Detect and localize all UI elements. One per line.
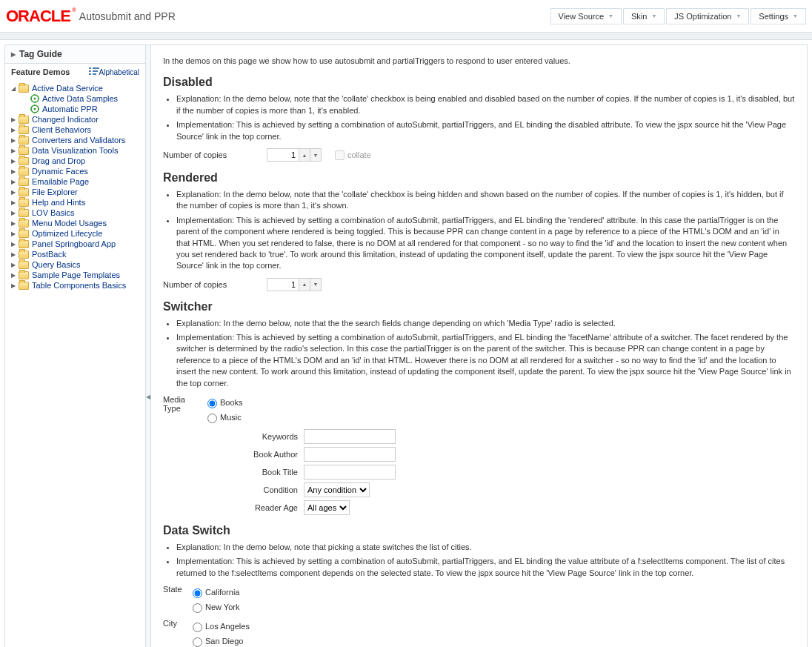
spinner-up-button[interactable]: ▲ — [299, 278, 310, 291]
disclosure-right-icon[interactable]: ▶ — [11, 199, 19, 206]
spinner-down-button[interactable]: ▼ — [310, 148, 322, 162]
tree-item[interactable]: Data Visualization Tools — [32, 146, 118, 155]
state-ca-label: California — [205, 588, 239, 597]
media-books-label: Books — [220, 398, 243, 407]
city-la-radio[interactable] — [193, 623, 202, 632]
tree-item[interactable]: PostBack — [32, 250, 66, 259]
folder-icon — [19, 282, 29, 290]
disclosure-right-icon[interactable]: ▶ — [11, 272, 19, 279]
oracle-logo: ORACLE — [6, 7, 70, 26]
tree-item-active-data-service[interactable]: Active Data Service — [32, 84, 103, 93]
tree-item[interactable]: Sample Page Templates — [32, 271, 120, 279]
disclosure-right-icon[interactable]: ▶ — [11, 220, 19, 227]
data-switch-implementation: Implementation: This is achieved by sett… — [176, 556, 795, 579]
disclosure-right-icon[interactable]: ▶ — [11, 282, 19, 289]
folder-icon — [19, 178, 29, 186]
disclosure-right-icon[interactable]: ▶ — [11, 158, 19, 165]
reader-age-select[interactable]: All ages — [304, 500, 350, 515]
tree-item[interactable]: Table Components Basics — [32, 281, 126, 290]
folder-icon — [19, 126, 29, 134]
media-music-label: Music — [220, 413, 242, 422]
condition-select[interactable]: Any condition — [304, 482, 370, 497]
disclosure-right-icon: ▶ — [11, 51, 16, 58]
book-author-label: Book Author — [207, 450, 304, 459]
switcher-explanation: Explanation: In the demo below, note tha… — [176, 318, 795, 329]
folder-icon — [19, 199, 29, 207]
keywords-input[interactable] — [304, 429, 396, 444]
tag-guide-header[interactable]: ▶ Tag Guide — [5, 45, 145, 63]
tree-item[interactable]: Changed Indicator — [32, 115, 99, 124]
tree-item[interactable]: Menu Model Usages — [32, 219, 107, 228]
gear-icon — [30, 94, 39, 103]
sidebar: ▶ Tag Guide Feature Demos Alphabetical ◢… — [5, 45, 146, 647]
tree-item[interactable]: Help and Hints — [32, 198, 85, 207]
copies-input[interactable] — [267, 148, 299, 162]
tree-item[interactable]: File Explorer — [32, 188, 78, 196]
state-label: State — [163, 585, 189, 594]
svg-rect-2 — [89, 73, 91, 75]
spinner-down-button[interactable]: ▼ — [310, 278, 322, 291]
city-sd-radio[interactable] — [193, 637, 202, 647]
tree-item-active-data-samples[interactable]: Active Data Samples — [42, 94, 118, 103]
splitter-handle[interactable]: ◀ — [146, 45, 151, 647]
disclosure-right-icon[interactable]: ▶ — [11, 262, 19, 268]
disclosure-right-icon[interactable]: ▶ — [11, 116, 19, 123]
collate-checkbox — [335, 150, 345, 160]
media-music-radio[interactable] — [207, 414, 217, 423]
view-source-button[interactable]: View Source▼ — [550, 8, 622, 24]
disclosure-right-icon[interactable]: ▶ — [11, 251, 19, 258]
reader-age-label: Reader Age — [207, 503, 304, 512]
tree-item[interactable]: Dynamic Faces — [32, 167, 88, 176]
city-sd-label: San Diego — [205, 637, 243, 646]
disclosure-right-icon[interactable]: ▶ — [11, 189, 19, 196]
alphabetical-link[interactable]: Alphabetical — [89, 67, 139, 76]
disclosure-right-icon[interactable]: ▶ — [11, 127, 19, 133]
folder-icon — [19, 84, 29, 93]
js-optimization-button[interactable]: JS Optimization▼ — [666, 8, 749, 24]
tree-item[interactable]: Panel Springboard App — [32, 239, 116, 248]
tree-item[interactable]: Drag and Drop — [32, 156, 85, 165]
disabled-heading: Disabled — [163, 76, 795, 89]
tree-item[interactable]: Emailable Page — [32, 177, 89, 186]
disclosure-right-icon[interactable]: ▶ — [11, 137, 19, 144]
folder-icon — [19, 219, 29, 228]
data-switch-heading: Data Switch — [163, 524, 795, 537]
tree-item[interactable]: Client Behaviors — [32, 125, 91, 134]
rendered-explanation: Explanation: In the demo below, note tha… — [176, 189, 795, 212]
folder-icon — [19, 230, 29, 238]
disabled-explanation: Explanation: In the demo below, note tha… — [176, 93, 795, 116]
state-ny-label: New York — [205, 603, 239, 611]
disclosure-right-icon[interactable]: ▶ — [11, 168, 19, 175]
book-author-input[interactable] — [304, 447, 396, 462]
tree-item-automatic-ppr[interactable]: Automatic PPR — [42, 104, 98, 113]
alphabetical-icon — [89, 67, 99, 76]
disclosure-right-icon[interactable]: ▶ — [11, 230, 19, 237]
keywords-label: Keywords — [207, 432, 304, 441]
disclosure-right-icon[interactable]: ▶ — [11, 147, 19, 154]
spinner-up-button[interactable]: ▲ — [299, 148, 310, 162]
tree-item[interactable]: LOV Basics — [32, 208, 74, 217]
state-ca-radio[interactable] — [193, 588, 202, 598]
disclosure-right-icon[interactable]: ▶ — [11, 179, 19, 185]
book-title-input[interactable] — [304, 465, 396, 480]
copies-input-2[interactable] — [267, 278, 299, 291]
disclosure-right-icon[interactable]: ▶ — [11, 241, 19, 248]
chevron-down-icon: ▼ — [793, 13, 798, 19]
disclosure-down-icon[interactable]: ◢ — [11, 85, 19, 92]
media-type-label: Media Type — [163, 395, 204, 413]
svg-point-7 — [34, 98, 36, 100]
state-ny-radio[interactable] — [193, 603, 202, 613]
tree-item[interactable]: Query Basics — [32, 260, 80, 269]
tree-item[interactable]: Optimized Lifecycle — [32, 229, 102, 238]
main-content: In the demos on this page we show how to… — [151, 45, 807, 647]
tree-item[interactable]: Converters and Validators — [32, 136, 125, 145]
media-books-radio[interactable] — [207, 399, 217, 408]
folder-icon — [19, 136, 29, 145]
rendered-heading: Rendered — [163, 171, 795, 185]
disclosure-right-icon[interactable]: ▶ — [11, 210, 19, 216]
svg-rect-4 — [93, 70, 98, 72]
switcher-implementation: Implementation: This is achieved by sett… — [176, 332, 795, 389]
skin-button[interactable]: Skin▼ — [623, 8, 665, 24]
switcher-heading: Switcher — [163, 300, 795, 313]
settings-button[interactable]: Settings▼ — [751, 8, 806, 24]
